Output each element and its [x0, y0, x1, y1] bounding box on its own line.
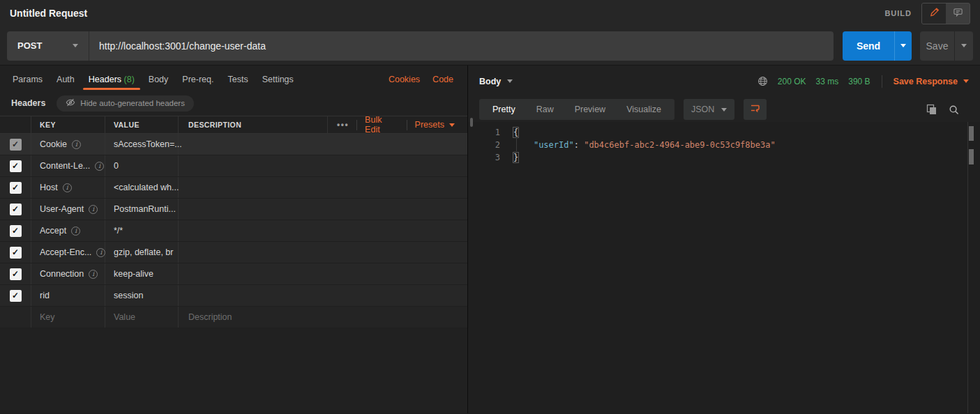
- header-description-cell[interactable]: [179, 177, 467, 198]
- header-description-cell[interactable]: [179, 134, 467, 155]
- header-value-cell[interactable]: sAccessToken=...: [105, 134, 179, 155]
- wrap-lines-button[interactable]: [744, 99, 767, 120]
- save-options-button[interactable]: [954, 31, 973, 61]
- hide-autogenerated-headers-button[interactable]: Hide auto-generated headers: [56, 95, 194, 112]
- description-column-header: DESCRIPTION: [188, 121, 241, 129]
- header-checkbox[interactable]: ✓: [10, 225, 22, 237]
- description-placeholder: Description: [188, 312, 232, 322]
- tab-params[interactable]: Params: [6, 66, 50, 93]
- header-value-cell[interactable]: */*: [105, 220, 179, 241]
- header-description-cell[interactable]: [179, 285, 467, 306]
- url-group: POST: [7, 31, 834, 61]
- url-input[interactable]: [89, 31, 834, 61]
- request-tabs: ParamsAuthHeaders (8)BodyPre-req.TestsSe…: [0, 66, 467, 93]
- header-checkbox[interactable]: ✓: [10, 247, 22, 259]
- header-value: 0: [114, 161, 119, 171]
- header-description-cell[interactable]: [179, 242, 467, 263]
- header-value-cell[interactable]: 0: [105, 155, 179, 176]
- send-options-button[interactable]: [894, 31, 912, 61]
- header-key: Content-Le...: [40, 161, 90, 171]
- format-dropdown[interactable]: JSON: [684, 99, 734, 120]
- hide-autogenerated-headers-label: Hide auto-generated headers: [80, 99, 185, 107]
- header-row: ✓Content-Le...i0: [0, 155, 467, 177]
- response-time: 33 ms: [816, 77, 839, 86]
- chevron-down-icon: [449, 123, 455, 127]
- header-key: User-Agent: [40, 204, 84, 214]
- header-value: <calculated wh...: [114, 183, 179, 192]
- code-link[interactable]: Code: [432, 75, 453, 84]
- header-checkbox[interactable]: ✓: [10, 182, 22, 194]
- header-checkbox[interactable]: ✓: [10, 204, 22, 215]
- header-value: PostmanRunti...: [114, 204, 176, 214]
- header-key-cell[interactable]: Content-Le...i: [31, 155, 105, 176]
- save-button[interactable]: Save: [920, 31, 954, 61]
- headers-section-title: Headers: [11, 98, 45, 108]
- response-code-editor[interactable]: 1{2 "userId": "db4c6ebf-abc2-4964-abe9-0…: [468, 122, 980, 413]
- header-checkbox[interactable]: ✓: [10, 160, 22, 172]
- tab-headers[interactable]: Headers (8): [82, 66, 142, 93]
- view-tab-pretty[interactable]: Pretty: [482, 99, 526, 120]
- edit-mode-button[interactable]: [922, 3, 946, 24]
- code-lines: 1{2 "userId": "db4c6ebf-abc2-4964-abe9-0…: [468, 126, 980, 164]
- line-number: 2: [468, 140, 500, 150]
- eye-off-icon: [66, 98, 75, 108]
- header-value-cell[interactable]: keep-alive: [105, 263, 179, 284]
- header-row: ✓Hosti<calculated wh...: [0, 177, 467, 199]
- send-button[interactable]: Send: [843, 31, 894, 61]
- tab-auth[interactable]: Auth: [50, 66, 82, 93]
- info-icon: i: [71, 227, 80, 236]
- save-response-button[interactable]: Save Response: [894, 77, 969, 86]
- header-value-cell[interactable]: <calculated wh...: [105, 177, 179, 198]
- checkbox-column-header: [0, 116, 31, 133]
- key-input-cell[interactable]: Key: [31, 307, 105, 328]
- header-value-cell[interactable]: gzip, deflate, br: [105, 242, 179, 263]
- cookies-link[interactable]: Cookies: [389, 75, 420, 84]
- header-description-cell[interactable]: [179, 199, 467, 220]
- tab-settings[interactable]: Settings: [255, 66, 301, 93]
- header-value-cell[interactable]: PostmanRunti...: [105, 199, 179, 220]
- splitter-handle[interactable]: [470, 118, 473, 127]
- method-select[interactable]: POST: [7, 31, 89, 61]
- scrollbar-thumb[interactable]: [969, 149, 974, 164]
- tab-tests[interactable]: Tests: [220, 66, 255, 93]
- tab-body[interactable]: Body: [142, 66, 176, 93]
- header-checkbox[interactable]: ✓: [10, 268, 22, 280]
- divider: [882, 75, 882, 88]
- scrollbar-thumb[interactable]: [969, 126, 974, 141]
- line-number: 3: [468, 153, 500, 162]
- info-icon: i: [63, 183, 72, 192]
- header-description-cell[interactable]: [179, 220, 467, 241]
- header-key-cell[interactable]: User-Agenti: [31, 199, 105, 220]
- header-description-cell[interactable]: [179, 263, 467, 284]
- tab-prereq[interactable]: Pre-req.: [175, 66, 220, 93]
- header-key-cell[interactable]: Hosti: [31, 177, 105, 198]
- header-key-cell[interactable]: Accepti: [31, 220, 105, 241]
- value-input-cell[interactable]: Value: [105, 307, 179, 328]
- header-row: ✓CookieisAccessToken=...: [0, 134, 467, 155]
- response-body-dropdown[interactable]: Body: [479, 77, 513, 86]
- header-value-cell[interactable]: session: [105, 285, 179, 306]
- header-description-cell[interactable]: [179, 155, 467, 176]
- header-checkbox[interactable]: ✓: [10, 139, 22, 151]
- header-key-cell[interactable]: Cookiei: [31, 134, 105, 155]
- header-checkbox[interactable]: ✓: [10, 290, 22, 302]
- header-key-cell[interactable]: rid: [31, 285, 105, 306]
- mode-toggle-group: [921, 3, 970, 24]
- more-options-button[interactable]: •••: [337, 120, 349, 130]
- comment-mode-button[interactable]: [946, 3, 970, 24]
- bulk-edit-button[interactable]: Bulk Edit: [365, 115, 399, 135]
- header-row: ✓Accepti*/*: [0, 220, 467, 242]
- description-input-cell[interactable]: Description: [179, 307, 467, 328]
- comment-icon: [953, 7, 963, 20]
- save-response-label: Save Response: [894, 77, 958, 86]
- search-icon[interactable]: [949, 105, 959, 115]
- copy-icon[interactable]: [926, 104, 937, 115]
- view-tab-preview[interactable]: Preview: [564, 99, 616, 120]
- view-tab-raw[interactable]: Raw: [526, 99, 564, 120]
- header-key-cell[interactable]: Connectioni: [31, 263, 105, 284]
- view-tab-visualize[interactable]: Visualize: [616, 99, 672, 120]
- divider: [356, 120, 357, 130]
- header-key-cell[interactable]: Accept-Enc...i: [31, 242, 105, 263]
- header-key: Host: [40, 183, 58, 192]
- presets-dropdown[interactable]: Presets: [415, 120, 455, 130]
